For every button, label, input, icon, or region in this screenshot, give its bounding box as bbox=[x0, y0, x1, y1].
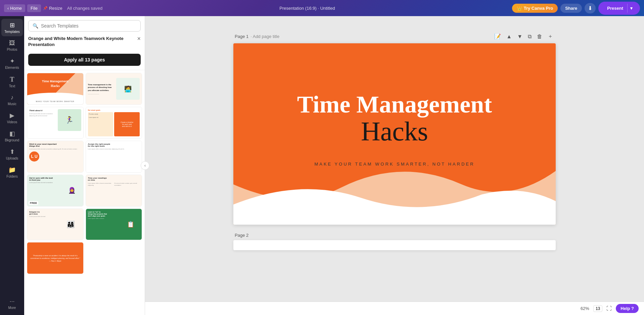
share-button[interactable]: Share bbox=[560, 4, 582, 13]
template-title-row: Orange and White Modern Teamwork Keynote… bbox=[28, 36, 141, 51]
photos-icon: 🖼 bbox=[9, 40, 15, 47]
free-badge: FREE bbox=[29, 201, 38, 205]
home-button[interactable]: ‹ Home bbox=[4, 4, 25, 12]
apply-all-pages-button[interactable]: Apply all 13 pages bbox=[28, 54, 141, 66]
zoom-level: 62% bbox=[581, 306, 589, 311]
add-notes-button[interactable]: 📝 bbox=[493, 32, 502, 41]
home-label: Home bbox=[10, 6, 22, 11]
file-button[interactable]: File bbox=[27, 4, 41, 12]
template-info: Orange and White Modern Teamwork Keynote… bbox=[24, 32, 145, 70]
main-area: ⊞ Templates 🖼 Photos ✦ Elements T Text ♪… bbox=[0, 16, 644, 315]
present-button[interactable]: Present ▾ bbox=[598, 2, 640, 15]
present-label: Present bbox=[603, 4, 627, 13]
sidebar-item-templates[interactable]: ⊞ Templates bbox=[1, 19, 23, 36]
slides-container: Page 1 · Add page title 📝 ▲ ▼ ⧉ 🗑 ＋ bbox=[145, 16, 644, 315]
download-button[interactable]: ⬇ bbox=[585, 3, 596, 13]
canvas-area: Page 1 · Add page title 📝 ▲ ▼ ⧉ 🗑 ＋ bbox=[145, 16, 644, 315]
topbar-left: ‹ Home File 📌 Resize All changes saved bbox=[4, 4, 102, 12]
thumbnails-grid: Time Management Hacks MAKE YOUR TEAM WOR… bbox=[27, 73, 142, 274]
more-icon: ··· bbox=[9, 298, 14, 305]
template-thumb-3[interactable]: Think about it Lorem ipsum dolor sit ame… bbox=[27, 107, 84, 139]
elements-icon: ✦ bbox=[10, 57, 15, 65]
hide-panel-button[interactable]: ‹ bbox=[141, 161, 149, 170]
template-title: Orange and White Modern Teamwork Keynote… bbox=[28, 36, 137, 48]
move-up-button[interactable]: ▲ bbox=[505, 32, 513, 41]
slide-canvas-2[interactable] bbox=[233, 240, 556, 250]
template-thumb-2[interactable]: Time management is theprocess of directi… bbox=[86, 73, 142, 105]
autosave-status: All changes saved bbox=[67, 6, 103, 11]
template-thumb-9[interactable]: Delegate it toget it done Lorem ipsum do… bbox=[27, 209, 84, 240]
download-icon: ⬇ bbox=[588, 5, 592, 11]
icon-sidebar: ⊞ Templates 🖼 Photos ✦ Elements T Text ♪… bbox=[0, 16, 24, 315]
thumbnails-area: Time Management Hacks MAKE YOUR TEAM WOR… bbox=[24, 70, 145, 315]
sidebar-item-videos[interactable]: ▶ Videos bbox=[1, 109, 23, 127]
page-1-label: Page 1 bbox=[235, 34, 248, 39]
sidebar-item-background[interactable]: ◧ Bkground bbox=[1, 127, 23, 145]
crown-icon: 👑 bbox=[517, 6, 522, 11]
close-icon: × bbox=[137, 35, 141, 42]
slide-wrapper-1: Page 1 · Add page title 📝 ▲ ▼ ⧉ 🗑 ＋ bbox=[233, 30, 556, 225]
resize-button[interactable]: 📌 Resize bbox=[43, 6, 62, 11]
sidebar-item-photos[interactable]: 🖼 Photos bbox=[1, 37, 23, 54]
templates-panel: 🔍 Orange and White Modern Teamwork Keyno… bbox=[24, 16, 145, 315]
template-thumb-4[interactable]: Set smart goals Prioritize wiselyLorem i… bbox=[86, 107, 142, 139]
expand-button[interactable]: ⛶ bbox=[606, 306, 612, 312]
sidebar-item-more[interactable]: ··· More bbox=[1, 295, 23, 312]
move-down-button[interactable]: ▼ bbox=[516, 32, 524, 41]
add-page-button[interactable]: ＋ bbox=[546, 32, 554, 41]
template-thumb-6[interactable]: Assign the right peoplefor the right tas… bbox=[86, 141, 142, 173]
template-thumb-5[interactable]: Stick to your most importantthings first… bbox=[27, 141, 84, 173]
search-icon: 🔍 bbox=[33, 23, 38, 29]
add-page-title-link[interactable]: · Add page title bbox=[250, 34, 279, 39]
music-icon: ♪ bbox=[11, 94, 14, 101]
close-template-button[interactable]: × bbox=[137, 36, 141, 42]
slide-subtitle: MAKE YOUR TEAM WORK SMARTER, NOT HARDER bbox=[297, 162, 492, 167]
slide-title-script: Hacks bbox=[297, 118, 492, 145]
duplicate-page-button[interactable]: ⧉ bbox=[526, 32, 533, 41]
topbar: ‹ Home File 📌 Resize All changes saved P… bbox=[0, 0, 644, 16]
presentation-title: Presentation (16:9) · Untitled bbox=[105, 6, 509, 11]
template-thumb-1[interactable]: Time Management Hacks MAKE YOUR TEAM WOR… bbox=[27, 73, 84, 105]
slide-title-main: Time Management bbox=[297, 91, 492, 118]
template-thumb-11[interactable]: "Productivity is never an accident. It i… bbox=[27, 242, 84, 274]
sidebar-item-uploads[interactable]: ⬆ Uploads bbox=[1, 145, 23, 163]
slide-canvas-1[interactable]: Time Management Hacks MAKE YOUR TEAM WOR… bbox=[233, 43, 556, 225]
pin-icon: 📌 bbox=[43, 6, 48, 10]
templates-icon: ⊞ bbox=[10, 21, 15, 29]
template-thumb-8[interactable]: Time your meetingson time Lorem ipsum do… bbox=[86, 175, 142, 207]
slide-1-content: Time Management Hacks MAKE YOUR TEAM WOR… bbox=[233, 43, 556, 225]
sidebar-item-music[interactable]: ♪ Music bbox=[1, 91, 23, 108]
sidebar-item-elements[interactable]: ✦ Elements bbox=[1, 55, 23, 72]
videos-icon: ▶ bbox=[10, 112, 14, 119]
uploads-icon: ⬆ bbox=[10, 148, 15, 155]
delete-page-button[interactable]: 🗑 bbox=[536, 32, 544, 41]
resize-label: Resize bbox=[49, 6, 62, 11]
page-2-label: Page 2 bbox=[235, 233, 248, 238]
bottom-bar: 62% 13 ⛶ Help ? bbox=[145, 302, 644, 315]
page-count-button[interactable]: 13 bbox=[593, 305, 602, 312]
sidebar-item-text[interactable]: T Text bbox=[1, 73, 23, 91]
text-icon: T bbox=[10, 76, 14, 83]
present-dropdown-icon: ▾ bbox=[627, 4, 635, 13]
file-label: File bbox=[31, 6, 38, 11]
template-thumb-10[interactable]: Learn to "no" tothings that projects tha… bbox=[86, 209, 142, 240]
sidebar-item-folders[interactable]: 📁 Folders bbox=[1, 164, 23, 181]
folders-icon: 📁 bbox=[8, 166, 16, 174]
search-input[interactable] bbox=[41, 23, 136, 29]
slide-wrapper-2: Page 2 bbox=[233, 230, 556, 250]
try-canva-pro-button[interactable]: 👑 Try Canva Pro bbox=[512, 4, 558, 13]
help-button[interactable]: Help ? bbox=[616, 304, 639, 313]
topbar-right: 👑 Try Canva Pro Share ⬇ Present ▾ bbox=[512, 2, 640, 15]
search-area: 🔍 bbox=[24, 16, 145, 32]
template-thumb-7[interactable]: Get in sync with the taskin front you Lo… bbox=[27, 175, 84, 207]
search-box: 🔍 bbox=[28, 20, 141, 32]
background-icon: ◧ bbox=[9, 130, 15, 137]
